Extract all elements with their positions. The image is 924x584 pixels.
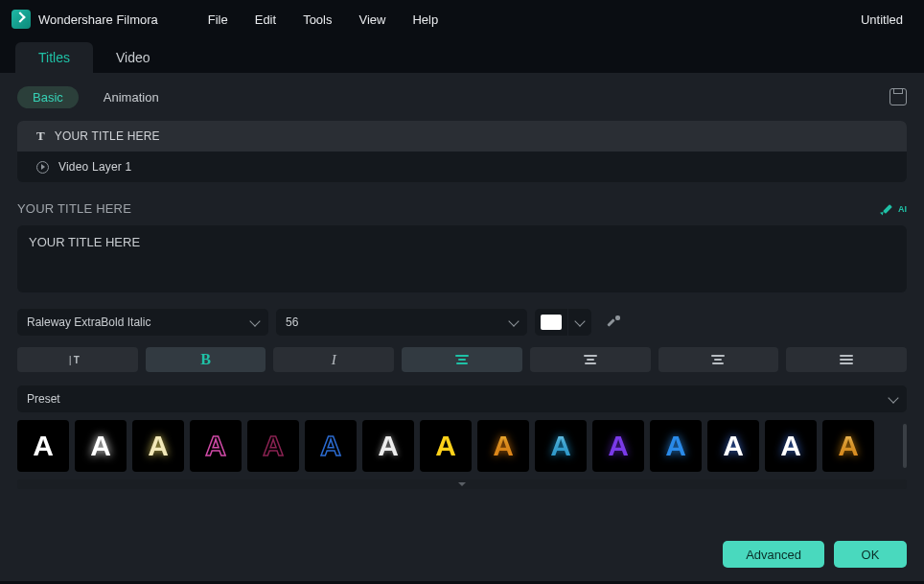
preset-tile[interactable]: A	[247, 420, 299, 472]
chevron-down-icon	[888, 392, 898, 403]
chevron-down-icon	[249, 315, 260, 326]
preset-tile[interactable]: A	[17, 420, 69, 472]
preset-tile[interactable]: A	[305, 420, 357, 472]
primary-tabs: TitlesVideo	[0, 38, 924, 73]
color-swatch-button[interactable]	[535, 309, 567, 336]
footer-buttons: Advanced OK	[723, 541, 907, 568]
menu-help[interactable]: Help	[399, 12, 451, 27]
character-spacing-button[interactable]	[17, 347, 138, 372]
preset-glyph: A	[205, 430, 226, 462]
color-swatch	[541, 315, 562, 330]
title-text-input[interactable]	[17, 225, 907, 292]
format-toolbar: B I	[17, 347, 907, 372]
font-family-select[interactable]: Raleway ExtraBold Italic	[17, 309, 268, 336]
chevron-down-icon	[508, 315, 519, 326]
preset-tile[interactable]: A	[822, 420, 874, 472]
bold-button[interactable]: B	[146, 347, 266, 372]
menubar: Wondershare Filmora FileEditToolsViewHel…	[0, 0, 924, 38]
text-layer-icon: T	[36, 128, 45, 144]
preset-select[interactable]: Preset	[17, 385, 907, 412]
resize-handle[interactable]	[17, 479, 907, 489]
preset-tile[interactable]: A	[650, 420, 702, 472]
align-center-accent-button[interactable]	[402, 347, 522, 372]
ai-edit-button[interactable]: AI	[883, 202, 907, 216]
preset-glyph: A	[550, 430, 571, 462]
preset-glyph: A	[838, 430, 859, 462]
title-heading: YOUR TITLE HERE	[17, 201, 131, 216]
align-justify-icon	[840, 355, 853, 364]
preset-glyph: A	[378, 430, 399, 462]
align-justify-button[interactable]	[786, 347, 907, 372]
video-layer-icon	[36, 161, 49, 174]
layer-row[interactable]: Video Layer 1	[17, 152, 907, 182]
app-logo-icon	[12, 10, 31, 29]
align-center-icon	[584, 355, 597, 364]
pencil-icon	[883, 202, 896, 216]
layer-label: Video Layer 1	[58, 160, 131, 174]
font-family-value: Raleway ExtraBold Italic	[27, 315, 150, 329]
preset-glyph: A	[780, 430, 801, 462]
editor-panel: BasicAnimation TYOUR TITLE HEREVideo Lay…	[0, 73, 924, 581]
triangle-down-icon	[458, 482, 466, 486]
subtab-basic[interactable]: Basic	[17, 86, 79, 108]
preset-glyph: A	[33, 430, 54, 462]
scrollbar[interactable]	[903, 424, 907, 468]
italic-button[interactable]: I	[273, 347, 394, 372]
preset-glyph: A	[723, 430, 744, 462]
preset-tile[interactable]: A	[535, 420, 587, 472]
preset-glyph: A	[148, 430, 169, 462]
font-color-picker	[535, 309, 591, 336]
layer-row[interactable]: TYOUR TITLE HERE	[17, 121, 907, 152]
preset-glyph: A	[665, 430, 686, 462]
preset-glyph: A	[320, 430, 341, 462]
ai-label: AI	[898, 204, 907, 214]
eyedropper-icon[interactable]	[605, 315, 620, 330]
bold-icon: B	[200, 351, 211, 368]
preset-tile[interactable]: A	[190, 420, 242, 472]
spacing-icon	[75, 354, 81, 365]
subtab-animation[interactable]: Animation	[88, 86, 174, 108]
align-center-button[interactable]	[530, 347, 651, 372]
align-center-icon	[711, 355, 725, 364]
save-preset-icon[interactable]	[889, 88, 907, 105]
heading-row: YOUR TITLE HERE AI	[17, 196, 907, 225]
color-dropdown-button[interactable]	[568, 309, 591, 336]
menu-edit[interactable]: Edit	[242, 12, 289, 27]
align-center-2-button[interactable]	[658, 347, 779, 372]
preset-tile[interactable]: A	[765, 420, 817, 472]
preset-tile[interactable]: A	[707, 420, 759, 472]
preset-glyph: A	[90, 430, 111, 462]
ok-button[interactable]: OK	[834, 541, 907, 568]
font-size-value: 56	[286, 315, 298, 329]
preset-glyph: A	[435, 430, 456, 462]
advanced-button[interactable]: Advanced	[723, 541, 824, 568]
layers-list: TYOUR TITLE HEREVideo Layer 1	[17, 121, 907, 182]
italic-icon: I	[332, 352, 336, 368]
preset-tile[interactable]: A	[132, 420, 184, 472]
preset-label: Preset	[27, 392, 60, 406]
preset-glyph: A	[493, 430, 514, 462]
sub-tabs-row: BasicAnimation	[17, 82, 907, 111]
document-title: Untitled	[861, 12, 912, 27]
layer-label: YOUR TITLE HERE	[55, 129, 160, 143]
preset-tile[interactable]: A	[477, 420, 529, 472]
tab-titles[interactable]: Titles	[15, 42, 93, 73]
align-center-icon	[455, 355, 469, 364]
preset-tile[interactable]: A	[362, 420, 414, 472]
tab-video[interactable]: Video	[93, 42, 173, 73]
font-controls-row: Raleway ExtraBold Italic 56	[17, 309, 907, 336]
menu-view[interactable]: View	[345, 12, 399, 27]
preset-tile[interactable]: A	[592, 420, 644, 472]
preset-tile[interactable]: A	[75, 420, 127, 472]
preset-glyph: A	[608, 430, 629, 462]
menu-file[interactable]: File	[195, 12, 242, 27]
menu-tools[interactable]: Tools	[289, 12, 345, 27]
preset-tile[interactable]: A	[420, 420, 472, 472]
preset-grid: AAAAAAAAAAAAAAA	[17, 420, 907, 472]
app-name: Wondershare Filmora	[38, 12, 158, 27]
font-size-select[interactable]: 56	[276, 309, 527, 336]
preset-glyph: A	[263, 430, 284, 462]
chevron-down-icon	[574, 315, 585, 326]
